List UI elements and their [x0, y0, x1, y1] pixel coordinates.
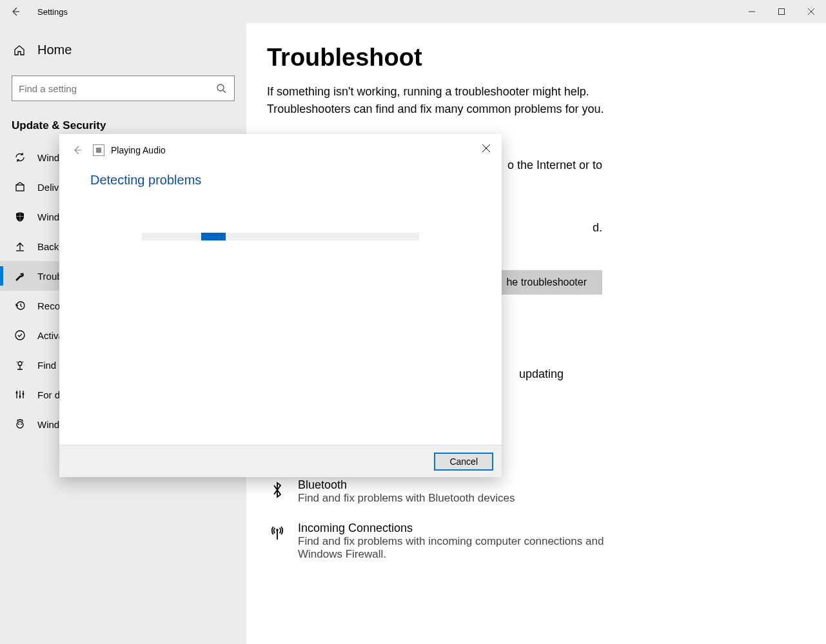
ts-item-title: Incoming Connections — [298, 522, 633, 535]
minimize-button[interactable] — [737, 0, 767, 23]
history-icon — [13, 300, 27, 311]
titlebar: Settings — [0, 0, 826, 23]
progress-bar — [142, 233, 419, 240]
dialog-footer: Cancel — [59, 445, 502, 477]
page-heading: Troubleshoot — [267, 44, 773, 72]
svg-point-9 — [15, 331, 25, 340]
home-icon — [13, 44, 27, 57]
location-icon — [13, 359, 27, 371]
arrow-up-icon — [13, 240, 27, 252]
check-circle-icon — [13, 329, 27, 341]
search-input[interactable] — [19, 83, 215, 94]
search-icon — [215, 83, 228, 93]
maximize-button[interactable] — [767, 0, 796, 23]
svg-rect-6 — [16, 185, 24, 191]
page-intro: If something isn't working, running a tr… — [267, 83, 628, 118]
run-troubleshooter-button[interactable]: he troubleshooter — [491, 270, 602, 295]
dialog-back-button[interactable] — [68, 145, 86, 155]
svg-point-20 — [276, 529, 279, 531]
svg-line-5 — [223, 90, 226, 93]
troubleshooter-list: Bluetooth Find and fix problems with Blu… — [267, 472, 773, 571]
bug-icon — [13, 418, 27, 430]
home-label: Home — [37, 43, 72, 57]
svg-point-16 — [23, 393, 25, 395]
svg-point-17 — [17, 422, 23, 428]
progress-bar-fill — [201, 233, 226, 240]
arrow-left-icon — [10, 6, 21, 17]
svg-point-10 — [18, 362, 22, 366]
ts-item-desc: Find and fix problems with Bluetooth dev… — [298, 492, 515, 505]
search-input-wrapper[interactable] — [12, 75, 235, 101]
troubleshoot-item-bluetooth[interactable]: Bluetooth Find and fix problems with Blu… — [267, 472, 773, 515]
svg-point-15 — [19, 396, 21, 398]
close-button[interactable] — [796, 0, 826, 23]
svg-point-4 — [217, 84, 224, 91]
svg-point-14 — [16, 392, 18, 394]
troubleshoot-item-incoming[interactable]: Incoming Connections Find and fix proble… — [267, 515, 773, 571]
bluetooth-icon — [267, 478, 288, 499]
ts-item-title: Bluetooth — [298, 478, 515, 492]
wrench-icon — [13, 270, 27, 282]
back-button[interactable] — [0, 0, 31, 23]
cancel-button[interactable]: Cancel — [435, 453, 493, 470]
sliders-icon — [13, 389, 27, 400]
dialog-body: Detecting problems — [59, 166, 502, 445]
antenna-icon — [267, 522, 288, 542]
window-controls — [737, 0, 826, 23]
svg-point-18 — [18, 424, 19, 425]
dialog-status: Detecting problems — [90, 173, 471, 188]
svg-rect-1 — [779, 9, 785, 15]
dialog-close-button[interactable] — [477, 139, 495, 157]
package-icon — [13, 181, 27, 193]
dialog-app-icon — [93, 144, 104, 156]
sync-icon — [13, 151, 27, 163]
shield-icon — [13, 211, 27, 222]
home-link[interactable]: Home — [0, 36, 246, 64]
ts-item-desc: Find and fix problems with incoming comp… — [298, 535, 633, 561]
svg-point-19 — [21, 424, 22, 425]
dialog-header: Playing Audio — [59, 134, 502, 166]
troubleshooter-dialog: Playing Audio Detecting problems Cancel — [59, 134, 502, 477]
window-title: Settings — [31, 7, 68, 17]
dialog-title: Playing Audio — [111, 145, 166, 155]
